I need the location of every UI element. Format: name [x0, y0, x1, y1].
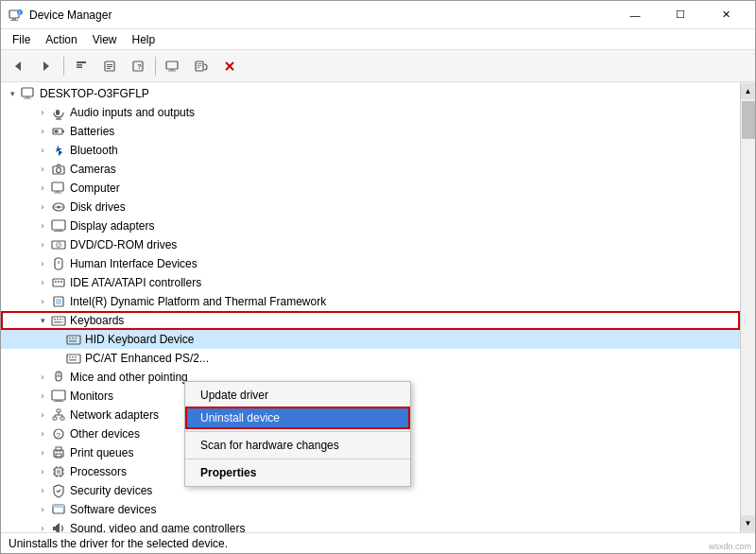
- svg-rect-59: [60, 319, 61, 320]
- menu-help[interactable]: Help: [125, 31, 163, 48]
- svg-rect-7: [77, 61, 86, 63]
- bluetooth-expand-icon[interactable]: ›: [35, 143, 50, 158]
- ide-label: IDE ATA/ATAPI controllers: [70, 276, 201, 289]
- uninstall-toolbar-button[interactable]: [216, 54, 243, 78]
- tree-item-audio[interactable]: › Audio inputs and outputs: [1, 103, 740, 122]
- intel-expand-icon[interactable]: ›: [35, 294, 50, 309]
- tree-item-dvd[interactable]: › DVD/CD-ROM drives: [1, 235, 740, 254]
- collapse-button[interactable]: [68, 54, 94, 78]
- security-expand-icon[interactable]: ›: [35, 483, 50, 498]
- processors-expand-icon[interactable]: ›: [35, 464, 50, 479]
- tree-item-batteries[interactable]: › Batteries: [1, 122, 740, 141]
- svg-rect-79: [57, 409, 60, 412]
- ctx-update-driver[interactable]: Update driver: [185, 384, 410, 407]
- scroll-down-button[interactable]: ▼: [741, 515, 756, 531]
- root-label: DESKTOP-O3FGFLP: [40, 87, 149, 100]
- back-button[interactable]: [5, 54, 31, 78]
- sound-label: Sound, video and game controllers: [70, 522, 245, 532]
- tree-item-pcat[interactable]: › PC/AT Enhanced PS/2...: [1, 349, 740, 368]
- svg-rect-37: [56, 191, 60, 193]
- menu-view[interactable]: View: [85, 31, 125, 48]
- svg-rect-28: [56, 110, 60, 115]
- tree-item-computer[interactable]: › Computer: [1, 179, 740, 198]
- tree-item-disk[interactable]: › Disk drives: [1, 198, 740, 216]
- tree-item-cameras[interactable]: › Cameras: [1, 160, 740, 179]
- svg-rect-11: [107, 64, 112, 65]
- ctx-separator: [185, 431, 410, 432]
- ctx-scan-changes[interactable]: Scan for hardware changes: [185, 434, 410, 457]
- svg-rect-103: [53, 527, 56, 530]
- tree-item-bluetooth[interactable]: › Bluetooth: [1, 141, 740, 160]
- computer-toolbar-button[interactable]: [160, 54, 186, 78]
- svg-rect-68: [67, 355, 80, 363]
- display-expand-icon[interactable]: ›: [35, 218, 50, 234]
- dvd-expand-icon[interactable]: ›: [35, 237, 50, 252]
- tree-item-ide[interactable]: › IDE ATA/ATAPI controllers: [1, 273, 740, 292]
- svg-rect-33: [55, 130, 59, 133]
- tree-item-keyboards[interactable]: ▾ Keyboards: [1, 311, 740, 330]
- scan-toolbar-button[interactable]: [188, 54, 215, 78]
- mice-expand-icon[interactable]: ›: [35, 370, 50, 385]
- ctx-properties[interactable]: Properties: [185, 461, 410, 484]
- svg-rect-80: [53, 417, 57, 420]
- hid-expand-icon[interactable]: ›: [35, 256, 50, 271]
- svg-rect-60: [62, 319, 63, 320]
- svg-rect-12: [107, 66, 112, 67]
- tree-item-display[interactable]: › Display adapters: [1, 216, 740, 235]
- svg-point-47: [58, 244, 60, 246]
- audio-expand-icon[interactable]: ›: [35, 105, 50, 120]
- processor-icon: [50, 463, 67, 480]
- root-expand-icon[interactable]: ▾: [5, 86, 20, 101]
- menu-file[interactable]: File: [5, 31, 38, 48]
- batteries-expand-icon[interactable]: ›: [35, 124, 50, 139]
- properties-toolbar-button[interactable]: [96, 54, 123, 78]
- network-expand-icon[interactable]: ›: [35, 407, 50, 423]
- menu-action[interactable]: Action: [38, 31, 84, 48]
- minimize-button[interactable]: —: [613, 1, 657, 29]
- scroll-thumb[interactable]: [742, 101, 755, 139]
- forward-button[interactable]: [33, 54, 60, 78]
- maximize-button[interactable]: ☐: [659, 1, 702, 29]
- ide-expand-icon[interactable]: ›: [35, 275, 50, 290]
- svg-rect-55: [56, 299, 61, 304]
- software-expand-icon[interactable]: ›: [35, 502, 50, 517]
- svg-rect-76: [52, 390, 65, 400]
- print-expand-icon[interactable]: ›: [35, 445, 50, 460]
- display-icon: [50, 217, 67, 234]
- tree-item-software[interactable]: › Software devices: [1, 500, 740, 519]
- scroll-up-button[interactable]: ▲: [741, 83, 756, 99]
- svg-rect-42: [52, 220, 65, 230]
- device-tree[interactable]: ▾ DESKTOP-O3FGFLP ›: [1, 82, 740, 532]
- keyboard-device-icon: [65, 331, 82, 348]
- svg-rect-62: [62, 321, 63, 323]
- svg-rect-66: [75, 338, 77, 339]
- tree-item-hid[interactable]: › Human Interface Devices: [1, 254, 740, 273]
- disk-expand-icon[interactable]: ›: [35, 199, 50, 215]
- bluetooth-label: Bluetooth: [70, 144, 118, 157]
- svg-rect-63: [67, 336, 80, 344]
- sound-expand-icon[interactable]: ›: [35, 521, 50, 532]
- tree-item-sound[interactable]: › Sound, video and game controllers: [1, 519, 740, 532]
- svg-rect-81: [60, 417, 64, 420]
- svg-rect-13: [107, 68, 111, 69]
- ctx-separator-2: [185, 459, 410, 459]
- tree-root[interactable]: ▾ DESKTOP-O3FGFLP: [1, 84, 740, 103]
- svg-rect-57: [54, 319, 56, 320]
- cameras-expand-icon[interactable]: ›: [35, 162, 50, 177]
- keyboards-expand-icon[interactable]: ▾: [35, 313, 50, 328]
- computer-expand-icon[interactable]: ›: [35, 181, 50, 196]
- tree-item-intel[interactable]: › Intel(R) Dynamic Platform and Thermal …: [1, 292, 740, 311]
- hid-label: Human Interface Devices: [70, 257, 198, 270]
- monitors-expand-icon[interactable]: ›: [35, 389, 50, 404]
- tree-item-hid-keyboard[interactable]: › HID Keyboard Device: [1, 330, 740, 349]
- svg-rect-69: [69, 356, 71, 358]
- other-expand-icon[interactable]: ›: [35, 426, 50, 441]
- close-button[interactable]: ✕: [704, 1, 747, 29]
- hid-icon: [50, 255, 67, 272]
- help-toolbar-button[interactable]: ?: [125, 54, 151, 78]
- ctx-uninstall-device[interactable]: Uninstall device: [185, 407, 410, 429]
- processors-label: Processors: [70, 465, 127, 478]
- svg-rect-92: [57, 470, 60, 474]
- scrollbar[interactable]: ▲ ▼: [740, 82, 755, 532]
- batteries-label: Batteries: [70, 125, 114, 138]
